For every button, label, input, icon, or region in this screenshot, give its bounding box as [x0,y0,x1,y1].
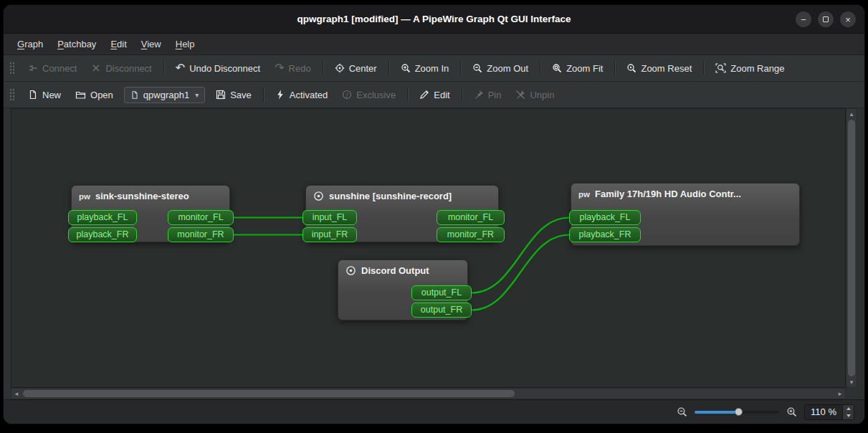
scroll-down-icon[interactable]: ▾ [846,377,857,387]
window-title: qpwgraph1 [modified] — A PipeWire Graph … [4,14,864,24]
patchbay-file-icon [130,90,139,100]
zoom-fit-button[interactable]: Zoom Fit [545,60,609,77]
zoom-reset-icon [626,63,636,73]
undo-icon: ↶ [176,62,185,74]
titlebar[interactable]: qpwgraph1 [modified] — A PipeWire Graph … [4,5,864,34]
node-header: pw Family 17h/19h HD Audio Contr... [571,184,799,204]
redo-button[interactable]: ↷ Redo [268,59,317,77]
scroll-right-icon[interactable]: ▸ [835,389,845,399]
toolbar-drag-handle[interactable] [9,62,15,75]
menu-graph[interactable]: Graph [11,36,49,52]
exclusive-icon: f [342,90,352,100]
menu-view-label: V [141,39,147,49]
open-folder-icon [75,90,86,100]
pin-icon [474,90,484,100]
port-sunshine-monitor-fr[interactable]: monitor_FR [437,227,505,242]
port-discord-output-fl[interactable]: output_FL [411,285,472,300]
toolbar-separator [460,61,461,75]
spin-down-icon [846,414,851,417]
menu-view[interactable]: View [135,36,168,52]
statusbar: 110 % [4,399,864,424]
graph-canvas[interactable]: pw sink-sunshine-stereo sunshine [sunshi… [11,108,846,388]
toolbar-separator [388,61,389,75]
menu-patchbay[interactable]: Patchbay [51,36,102,52]
toolbar-patchbay: New Open qpwgraph1 ▾ Save Ac [4,82,864,108]
toolbar-separator [263,87,264,102]
port-sink-monitor-fl[interactable]: monitor_FL [168,210,234,225]
stream-record-icon [345,265,356,276]
scroll-left-icon[interactable]: ◂ [11,389,22,399]
redo-icon: ↷ [275,62,284,74]
scroll-up-icon[interactable]: ▴ [846,109,857,119]
exclusive-button[interactable]: f Exclusive [335,86,402,104]
lightning-bolt-icon [275,90,285,100]
port-sunshine-monitor-fl[interactable]: monitor_FL [437,210,505,225]
stream-record-icon [313,191,324,201]
connect-button[interactable]: Connect [22,60,83,77]
port-family-playback-fr[interactable]: playback_FR [569,227,641,242]
scrollbar-corner [846,388,857,399]
zoom-out-button[interactable]: Zoom Out [466,60,535,77]
zoom-in-small-icon[interactable] [786,406,797,417]
svg-text:f: f [346,91,349,98]
zoom-value: 110 % [805,405,842,419]
close-button[interactable]: × [840,11,856,27]
zoom-reset-button[interactable]: Zoom Reset [620,60,698,77]
menu-help-label: H [176,39,182,49]
port-sunshine-input-fl[interactable]: input_FL [302,210,357,225]
spin-down-button[interactable] [843,412,854,419]
patchbay-selector-combo[interactable]: qpwgraph1 ▾ [124,87,205,103]
pipewire-icon: pw [578,190,590,199]
zoom-in-button[interactable]: Zoom In [394,60,456,77]
edit-button[interactable]: Edit [413,86,456,104]
port-sink-monitor-fr[interactable]: monitor_FR [168,227,234,242]
minimize-button[interactable]: − [796,11,811,27]
new-button[interactable]: New [22,86,67,104]
pipewire-icon: pw [79,192,90,201]
undo-disconnect-button[interactable]: ↶ Undo Disconnect [169,59,267,77]
port-sunshine-input-fr[interactable]: input_FR [302,227,357,242]
pin-button[interactable]: Pin [467,86,508,104]
save-button[interactable]: Save [209,86,258,104]
link-output-fr-to-playback-fr [472,235,569,310]
activated-button[interactable]: Activated [269,86,334,104]
node-title: sunshine [sunshine-record] [329,191,452,201]
zoom-range-button[interactable]: Zoom Range [709,60,791,77]
disconnect-button[interactable]: Disconnect [85,60,158,77]
maximize-button[interactable] [818,11,834,27]
app-window: qpwgraph1 [modified] — A PipeWire Graph … [3,4,865,424]
zoom-slider[interactable] [695,411,779,414]
port-family-playback-fl[interactable]: playback_FL [569,210,641,225]
port-discord-output-fr[interactable]: output_FR [411,303,472,318]
node-title: sink-sunshine-stereo [95,191,189,201]
minimize-icon: − [801,15,806,24]
center-button[interactable]: Center [328,60,383,77]
toolbar-separator [540,61,540,75]
zoom-out-icon [472,63,482,73]
horizontal-scrollbar-thumb[interactable] [23,390,515,397]
toolbar-separator [407,87,408,102]
menu-edit[interactable]: Edit [104,36,133,52]
toolbar-separator [462,87,462,102]
toolbar-drag-handle[interactable] [9,88,15,101]
vertical-scrollbar-thumb[interactable] [848,120,855,376]
port-sink-playback-fl[interactable]: playback_FL [68,210,137,225]
unpin-button[interactable]: Unpin [509,86,561,104]
menu-help[interactable]: Help [169,36,201,52]
menu-patchbay-label: P [57,39,64,49]
spin-up-icon [846,407,851,410]
menubar: Graph Patchbay Edit View Help [4,34,864,55]
node-title: Discord Output [361,265,429,276]
port-sink-playback-fr[interactable]: playback_FR [68,227,137,242]
zoom-out-small-icon[interactable] [677,406,687,417]
zoom-slider-handle[interactable] [735,408,743,416]
new-file-icon [28,90,38,100]
maximize-icon [823,16,829,22]
vertical-scrollbar[interactable]: ▴ ▾ [846,108,857,388]
pencil-icon [419,90,429,100]
horizontal-scrollbar[interactable]: ◂ ▸ [11,388,846,399]
spin-up-button[interactable] [843,405,854,412]
unpin-icon [515,90,525,100]
zoom-spinbox[interactable]: 110 % [804,404,854,420]
open-button[interactable]: Open [69,86,120,104]
